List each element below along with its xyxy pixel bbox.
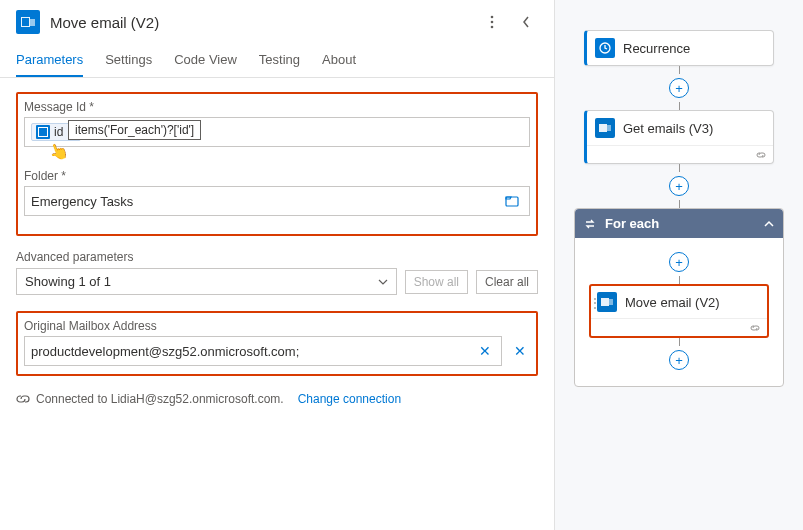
outlook-icon bbox=[16, 10, 40, 34]
folder-label: Folder * bbox=[24, 169, 530, 183]
link-icon bbox=[16, 392, 30, 406]
tab-bar: Parameters Settings Code View Testing Ab… bbox=[0, 44, 554, 78]
get-emails-title: Get emails (V3) bbox=[623, 121, 713, 136]
svg-rect-10 bbox=[601, 298, 609, 306]
for-each-header[interactable]: For each bbox=[575, 209, 783, 238]
svg-rect-8 bbox=[599, 124, 607, 132]
link-icon bbox=[755, 150, 767, 160]
recurrence-title: Recurrence bbox=[623, 41, 690, 56]
for-each-title: For each bbox=[605, 216, 659, 231]
add-step-2[interactable]: + bbox=[669, 176, 689, 196]
clock-icon bbox=[595, 38, 615, 58]
folder-value: Emergency Tasks bbox=[31, 194, 495, 209]
chevron-down-icon bbox=[378, 279, 388, 285]
message-id-label: Message Id * bbox=[24, 100, 530, 114]
mailbox-clear-inner[interactable]: ✕ bbox=[475, 343, 495, 359]
outlook-token-icon bbox=[36, 125, 50, 139]
advanced-row: Showing 1 of 1 Show all Clear all bbox=[16, 268, 538, 295]
svg-point-5 bbox=[491, 26, 494, 29]
tab-testing[interactable]: Testing bbox=[259, 52, 300, 77]
svg-rect-1 bbox=[22, 18, 29, 26]
collapse-button[interactable] bbox=[514, 10, 538, 34]
svg-rect-9 bbox=[607, 125, 611, 131]
more-button[interactable] bbox=[480, 10, 504, 34]
token-label: id bbox=[54, 125, 63, 139]
folder-input[interactable]: Emergency Tasks bbox=[24, 186, 530, 216]
add-step-inner-2[interactable]: + bbox=[669, 350, 689, 370]
move-email-card[interactable]: ⋮ Move email (V2) bbox=[589, 284, 769, 338]
svg-point-4 bbox=[491, 21, 494, 24]
panel-body: Message Id * id × 👆 items('For_each')?['… bbox=[0, 78, 554, 530]
mailbox-input[interactable]: productdevelopment@szg52.onmicrosoft.com… bbox=[24, 336, 502, 366]
tab-settings[interactable]: Settings bbox=[105, 52, 152, 77]
outlook-icon bbox=[595, 118, 615, 138]
move-email-title: Move email (V2) bbox=[625, 295, 720, 310]
folder-group: Folder * Emergency Tasks bbox=[24, 169, 530, 216]
svg-rect-6 bbox=[506, 197, 518, 206]
link-icon bbox=[749, 323, 761, 333]
change-connection-link[interactable]: Change connection bbox=[298, 392, 401, 406]
drag-handle-icon[interactable]: ⋮ bbox=[589, 300, 601, 306]
expression-tooltip: items('For_each')?['id'] bbox=[68, 120, 201, 140]
loop-icon bbox=[583, 217, 597, 231]
flow-canvas[interactable]: Recurrence + Get emails (V3) + bbox=[555, 0, 803, 530]
flow-column: Recurrence + Get emails (V3) + bbox=[565, 30, 793, 387]
connection-text: Connected to LidiaH@szg52.onmicrosoft.co… bbox=[36, 392, 284, 406]
chevron-up-icon bbox=[763, 220, 775, 228]
svg-rect-2 bbox=[30, 19, 35, 26]
mailbox-highlight: Original Mailbox Address productdevelopm… bbox=[16, 311, 538, 376]
panel-title: Move email (V2) bbox=[50, 14, 470, 31]
get-emails-card[interactable]: Get emails (V3) bbox=[584, 110, 774, 164]
advanced-selector-value: Showing 1 of 1 bbox=[25, 274, 111, 289]
tab-code-view[interactable]: Code View bbox=[174, 52, 237, 77]
panel-header: Move email (V2) bbox=[0, 0, 554, 44]
add-step-1[interactable]: + bbox=[669, 78, 689, 98]
action-config-panel: Move email (V2) Parameters Settings Code… bbox=[0, 0, 555, 530]
svg-rect-11 bbox=[609, 299, 613, 305]
for-each-container: For each + ⋮ Move email (V2) bbox=[574, 208, 784, 387]
show-all-button[interactable]: Show all bbox=[405, 270, 468, 294]
mailbox-remove-param[interactable]: ✕ bbox=[510, 343, 530, 359]
required-params-highlight: Message Id * id × 👆 items('For_each')?['… bbox=[16, 92, 538, 236]
tab-about[interactable]: About bbox=[322, 52, 356, 77]
recurrence-card[interactable]: Recurrence bbox=[584, 30, 774, 66]
mailbox-value: productdevelopment@szg52.onmicrosoft.com… bbox=[31, 344, 299, 359]
message-id-group: Message Id * id × 👆 items('For_each')?['… bbox=[24, 100, 530, 147]
connection-row: Connected to LidiaH@szg52.onmicrosoft.co… bbox=[16, 392, 538, 406]
advanced-heading: Advanced parameters bbox=[16, 250, 538, 264]
svg-point-3 bbox=[491, 16, 494, 19]
clear-all-button[interactable]: Clear all bbox=[476, 270, 538, 294]
folder-picker-icon[interactable] bbox=[501, 194, 523, 208]
add-step-inner-1[interactable]: + bbox=[669, 252, 689, 272]
mailbox-label: Original Mailbox Address bbox=[24, 319, 530, 333]
advanced-selector[interactable]: Showing 1 of 1 bbox=[16, 268, 397, 295]
tab-parameters[interactable]: Parameters bbox=[16, 52, 83, 77]
cursor-icon: 👆 bbox=[46, 139, 71, 164]
